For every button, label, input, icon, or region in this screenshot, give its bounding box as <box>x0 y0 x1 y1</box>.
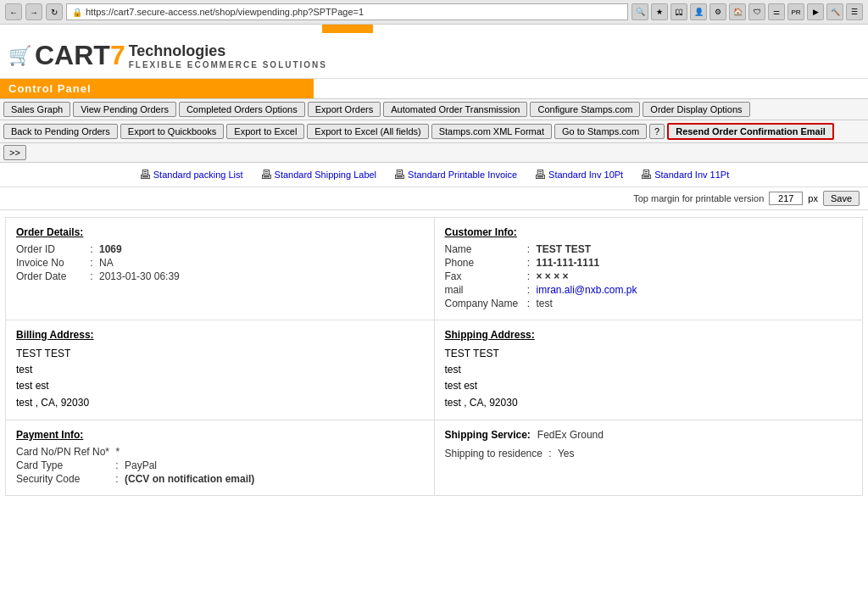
browser-icons: 🔍 ★ 🕮 👤 ⚙ 🏠 🛡 ⚌ PR ▶ 🔨 ☰ <box>632 3 863 20</box>
completed-orders-button[interactable]: Completed Orders Options <box>179 102 305 117</box>
tools-icon[interactable]: 🔨 <box>826 3 843 20</box>
search-icon[interactable]: 🔍 <box>632 3 648 20</box>
date-label: Order Date <box>16 270 84 282</box>
shipping-label-link[interactable]: 🖶 Standard Shipping Label <box>260 168 376 181</box>
shipping-service-row: Shipping Service: FedEx Ground <box>445 429 853 446</box>
go-stamps-button[interactable]: Go to Stamps.com <box>554 124 647 139</box>
shipping-line2: test <box>445 362 853 378</box>
billing-address-title: Billing Address: <box>16 329 424 341</box>
printer-icon-2: 🖶 <box>260 168 272 181</box>
help-button[interactable]: ? <box>649 124 665 139</box>
security-value: (CCV on notification email) <box>125 473 254 485</box>
date-value: 2013-01-30 06:39 <box>99 270 180 282</box>
shipping-address-block: TEST TEST test test est test , CA, 92030 <box>445 346 853 411</box>
margin-unit: px <box>808 193 818 203</box>
forward-button[interactable]: → <box>25 3 42 20</box>
company-label: Company Name <box>445 298 521 309</box>
arrows-button[interactable]: >> <box>3 145 26 160</box>
payment-info-title: Payment Info: <box>16 429 424 441</box>
card-type-row: Card Type : PayPal <box>16 459 424 471</box>
export-quickbooks-button[interactable]: Export to Quickbooks <box>120 124 225 139</box>
invoice-value: NA <box>99 257 114 269</box>
logo-tech-text: Technologies FLEXIBLE ECOMMERCE SOLUTION… <box>129 42 327 70</box>
margin-input[interactable] <box>769 192 803 205</box>
shipping-service-section: Shipping Service: FedEx Ground Shipping … <box>435 420 863 495</box>
menu-icon[interactable]: ☰ <box>846 3 863 20</box>
home-icon[interactable]: 🏠 <box>729 3 746 20</box>
star-icon[interactable]: ★ <box>651 3 668 20</box>
date-row: Order Date : 2013-01-30 06:39 <box>16 270 424 282</box>
billing-address-section: Billing Address: TEST TEST test test est… <box>6 320 435 420</box>
settings-icon[interactable]: ⚙ <box>709 3 726 20</box>
shipping-service-title: Shipping Service: <box>445 429 531 441</box>
shield-icon[interactable]: 🛡 <box>748 3 765 20</box>
export-excel-all-button[interactable]: Export to Excel (All fields) <box>307 124 428 139</box>
bookmark-icon[interactable]: 🕮 <box>670 3 687 20</box>
logo-area: 🛒 CART 7 Technologies FLEXIBLE ECOMMERCE… <box>0 33 868 79</box>
mail-row: mail : imran.ali@nxb.com.pk <box>445 284 853 296</box>
plugin-icon[interactable]: ⚌ <box>768 3 785 20</box>
margin-label: Top margin for printable version <box>633 193 764 203</box>
control-panel-bar: Control Panel <box>0 79 314 98</box>
logo-cart-text: CART <box>35 40 110 71</box>
inv-11pt-link[interactable]: 🖶 Standard Inv 11Pt <box>640 168 729 181</box>
customer-info-title: Customer Info: <box>445 226 853 238</box>
packing-list-link[interactable]: 🖶 Standard packing List <box>139 168 243 181</box>
sales-graph-button[interactable]: Sales Graph <box>3 102 70 117</box>
margin-row: Top margin for printable version px Save <box>0 187 868 210</box>
export-excel-button[interactable]: Export to Excel <box>226 124 304 139</box>
logo-subtitle: FLEXIBLE ECOMMERCE SOLUTIONS <box>129 60 327 70</box>
browser-chrome: ← → ↻ 🔒 https://cart7.secure-access.net/… <box>0 0 868 25</box>
mail-value[interactable]: imran.ali@nxb.com.pk <box>537 284 637 296</box>
billing-line3: test est <box>16 378 424 394</box>
toolbar-row-2: Back to Pending Orders Export to Quickbo… <box>0 120 868 143</box>
order-display-options-button[interactable]: Order Display Options <box>643 102 749 117</box>
pr-icon[interactable]: PR <box>787 3 804 20</box>
refresh-button[interactable]: ↻ <box>46 3 63 20</box>
resend-confirmation-button[interactable]: Resend Order Confirmation Email <box>667 123 834 140</box>
stamps-xml-button[interactable]: Stamps.com XML Format <box>431 124 552 139</box>
middle-sections: Billing Address: TEST TEST test test est… <box>5 320 863 420</box>
security-label: Security Code <box>16 473 109 485</box>
control-panel-label: Control Panel <box>8 82 92 95</box>
capture-icon[interactable]: ▶ <box>807 3 824 20</box>
orange-accent-tab <box>322 25 373 33</box>
invoice-row: Invoice No : NA <box>16 257 424 269</box>
view-pending-orders-button[interactable]: View Pending Orders <box>73 102 176 117</box>
payment-info-section: Payment Info: Card No/PN Ref No* * Card … <box>6 420 435 495</box>
save-margin-button[interactable]: Save <box>823 191 860 206</box>
residence-value: Yes <box>558 448 575 459</box>
configure-stamps-button[interactable]: Configure Stamps.com <box>530 102 640 117</box>
order-id-label: Order ID <box>16 243 84 255</box>
shipping-line4: test , CA, 92030 <box>445 395 853 411</box>
name-value: TEST TEST <box>537 243 592 255</box>
card-type-value: PayPal <box>125 459 157 471</box>
export-orders-button[interactable]: Export Orders <box>308 102 381 117</box>
card-no-row: Card No/PN Ref No* * <box>16 446 424 458</box>
printable-invoice-link[interactable]: 🖶 Standard Printable Invoice <box>393 168 517 181</box>
back-button[interactable]: ← <box>5 3 22 20</box>
billing-line4: test , CA, 92030 <box>16 395 424 411</box>
customer-info-section: Customer Info: Name : TEST TEST Phone : … <box>435 218 863 320</box>
security-row: Security Code : (CCV on notification ema… <box>16 473 424 485</box>
user-icon[interactable]: 👤 <box>690 3 707 20</box>
shipping-address-section: Shipping Address: TEST TEST test test es… <box>435 320 863 420</box>
automated-order-button[interactable]: Automated Order Transmission <box>383 102 527 117</box>
card-label: Card No/PN Ref No* <box>16 446 109 458</box>
shipping-line1: TEST TEST <box>445 346 853 362</box>
phone-value: 111-111-1111 <box>537 257 600 269</box>
url-bar[interactable]: 🔒 https://cart7.secure-access.net/shop/v… <box>66 3 628 20</box>
logo-seven: 7 <box>110 40 125 71</box>
toolbar-row-1: Sales Graph View Pending Orders Complete… <box>0 99 868 120</box>
phone-row: Phone : 111-111-1111 <box>445 257 853 269</box>
url-text: https://cart7.secure-access.net/shop/vie… <box>86 7 364 17</box>
billing-address-block: TEST TEST test test est test , CA, 92030 <box>16 346 424 411</box>
billing-line1: TEST TEST <box>16 346 424 362</box>
residence-row: Shipping to residence : Yes <box>445 448 853 459</box>
print-links-row: 🖶 Standard packing List 🖶 Standard Shipp… <box>0 163 868 187</box>
inv-10pt-link[interactable]: 🖶 Standard Inv 10Pt <box>534 168 623 181</box>
back-to-pending-button[interactable]: Back to Pending Orders <box>3 124 118 139</box>
name-label: Name <box>445 243 521 255</box>
logo: 🛒 CART 7 Technologies FLEXIBLE ECOMMERCE… <box>8 40 860 71</box>
phone-label: Phone <box>445 257 521 269</box>
